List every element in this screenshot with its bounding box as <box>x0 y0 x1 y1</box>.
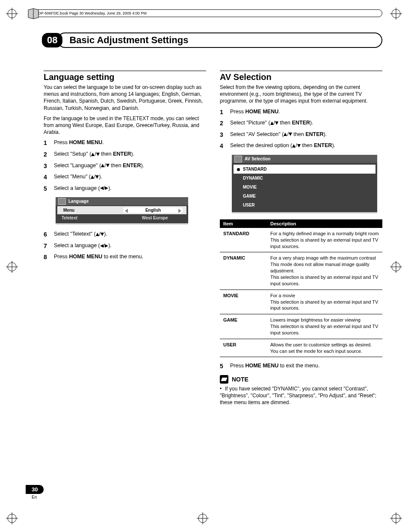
av-intro: Select from the five viewing options, de… <box>220 84 382 105</box>
crop-mark-icon <box>197 512 209 524</box>
step-item: 5Press HOME MENU to exit the menu. <box>220 362 382 371</box>
table-row: GAMELowers image brightness for easier v… <box>220 314 382 339</box>
table-head-desc: Description <box>267 219 382 228</box>
osd-row: TeletextWest Europe <box>56 214 188 222</box>
page-number: 30 <box>26 485 44 494</box>
crop-mark-icon <box>390 8 402 20</box>
av-description-table: Item Description STANDARDFor a highly de… <box>220 219 382 358</box>
step-text: Press HOME MENU to exit the menu. <box>54 253 143 262</box>
table-cell-desc: For a movieThis selection is shared by a… <box>267 290 382 314</box>
section-title-av: AV Selection <box>220 72 382 82</box>
step-item: 8Press HOME MENU to exit the menu. <box>44 253 206 262</box>
step-item: 4Select "Menu" (/). <box>44 173 206 182</box>
right-column: AV Selection Select from the five viewin… <box>220 70 382 406</box>
header-text: PDP-506FDE.book Page 30 Wednesday, June … <box>35 11 147 15</box>
step-text: Select "Setup" (/ then ENTER). <box>54 151 134 159</box>
av-osd-item: STANDARD <box>234 165 375 174</box>
left-column: Language setting You can select the lang… <box>44 70 206 406</box>
table-cell-desc: Allows the user to customize settings as… <box>267 339 382 357</box>
step-number: 3 <box>220 131 230 139</box>
step-number: 2 <box>220 119 230 128</box>
step-text: Select "Menu" (/). <box>54 173 102 182</box>
step-text: Select "Language" (/ then ENTER). <box>54 162 144 171</box>
crop-mark-icon <box>6 261 18 273</box>
av-osd-item: GAME <box>234 192 375 201</box>
chapter-title: Basic Adjustment Settings <box>65 35 375 46</box>
osd-row-label: Menu <box>61 208 123 213</box>
left-arrow-icon <box>125 209 128 213</box>
chapter-number: 08 <box>42 33 62 47</box>
chapter-header: 08 Basic Adjustment Settings <box>42 33 382 48</box>
step-number: 8 <box>44 253 54 262</box>
step-text: Press HOME MENU to exit the menu. <box>230 362 319 371</box>
step-number: 4 <box>44 173 54 182</box>
note-title: NOTE <box>232 376 248 383</box>
note-body: •If you have selected "DYNAMIC", you can… <box>220 385 382 406</box>
step-item: 4Select the desired option (/ then ENTER… <box>220 142 382 151</box>
table-cell-item: DYNAMIC <box>220 252 267 290</box>
step-number: 3 <box>44 162 54 171</box>
osd-row-value: English <box>123 207 183 213</box>
note-text: If you have selected "DYNAMIC", you cann… <box>220 386 376 405</box>
step-number: 5 <box>220 362 230 371</box>
crop-mark-icon <box>390 512 402 524</box>
page-language: En <box>32 495 44 499</box>
step-item: 3Select "Language" (/ then ENTER). <box>44 162 206 171</box>
table-head-item: Item <box>220 219 267 228</box>
right-arrow-icon <box>178 209 181 213</box>
table-cell-item: GAME <box>220 314 267 339</box>
table-row: DYNAMICFor a very sharp image with the m… <box>220 252 382 290</box>
av-step-5: 5Press HOME MENU to exit the menu. <box>220 362 382 371</box>
step-text: Select a language (/). <box>54 185 112 193</box>
note-header: NOTE <box>220 375 382 384</box>
crop-mark-icon <box>6 512 18 524</box>
language-steps: 1Press HOME MENU.2Select "Setup" (/ then… <box>44 139 206 193</box>
osd-row-label: Teletext <box>59 216 125 220</box>
table-cell-item: MOVIE <box>220 290 267 314</box>
step-text: Press HOME MENU. <box>54 139 104 148</box>
osd-header: AV Selection <box>232 155 377 163</box>
osd-header: Language <box>56 197 188 205</box>
table-cell-item: USER <box>220 339 267 357</box>
step-item: 2Select "Setup" (/ then ENTER). <box>44 151 206 159</box>
step-number: 6 <box>44 231 54 239</box>
note-icon <box>220 375 228 384</box>
step-number: 7 <box>44 242 54 251</box>
language-intro-2: For the language to be used in the TELET… <box>44 115 206 136</box>
step-item: 6Select "Teletext" (/). <box>44 231 206 239</box>
table-cell-desc: For a highly defined image in a normally… <box>267 228 382 252</box>
table-row: USERAllows the user to customize setting… <box>220 339 382 357</box>
osd-row-value: West Europe <box>125 216 185 220</box>
section-rule <box>44 70 206 71</box>
step-number: 1 <box>44 139 54 148</box>
step-item: 7Select a language (/). <box>44 242 206 251</box>
table-cell-desc: For a very sharp image with the maximum … <box>267 252 382 290</box>
picture-icon <box>234 156 242 163</box>
table-cell-item: STANDARD <box>220 228 267 252</box>
table-cell-desc: Lowers image brightness for easier viewi… <box>267 314 382 339</box>
av-osd-item: USER <box>234 201 375 210</box>
step-text: Select a language (/). <box>54 242 112 251</box>
step-number: 5 <box>44 185 54 193</box>
step-number: 2 <box>44 151 54 159</box>
step-item: 1Press HOME MENU. <box>44 139 206 148</box>
framemaker-header: PDP-506FDE.book Page 30 Wednesday, June … <box>32 9 382 17</box>
av-osd-item: MOVIE <box>234 183 375 192</box>
step-number: 1 <box>220 108 230 117</box>
book-icon <box>27 7 40 20</box>
osd-title: Language <box>68 199 89 204</box>
osd-title: AV Selection <box>245 157 270 161</box>
crop-mark-icon <box>390 261 402 273</box>
language-osd: Language MenuEnglishTeletextWest Europe <box>56 197 188 225</box>
step-item: 3Select "AV Selection" (/ then ENTER). <box>220 131 382 139</box>
language-steps-2: 6Select "Teletext" (/).7Select a languag… <box>44 231 206 262</box>
table-row: MOVIEFor a movieThis selection is shared… <box>220 290 382 314</box>
globe-icon <box>58 198 66 205</box>
step-text: Select "Picture" (/ then ENTER). <box>230 119 313 128</box>
step-text: Select "AV Selection" (/ then ENTER). <box>230 131 327 139</box>
step-item: 5Select a language (/). <box>44 185 206 193</box>
step-item: 2Select "Picture" (/ then ENTER). <box>220 119 382 128</box>
step-number: 4 <box>220 142 230 151</box>
language-intro-1: You can select the language to be used f… <box>44 84 206 112</box>
page-footer: 30 En <box>26 485 44 499</box>
